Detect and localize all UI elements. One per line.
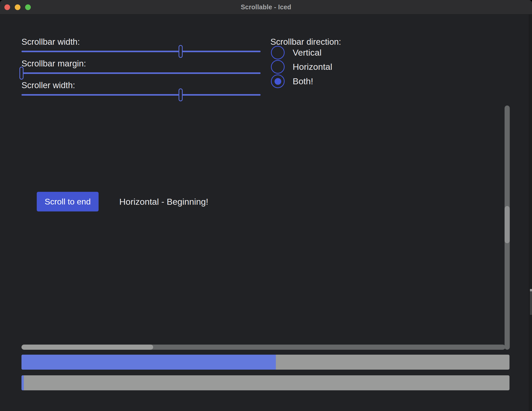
radio-circle[interactable] [271,74,285,88]
slider-track[interactable] [21,94,261,96]
radio-option-both[interactable]: Both! [271,74,313,88]
app-window: Scrollable - Iced Scrollbar width: Scrol… [0,0,532,411]
close-button[interactable] [4,4,10,10]
horizontal-scrollbar-scroller[interactable] [21,345,153,350]
scroller-width-slider[interactable] [21,88,261,101]
outer-scrollbar-scroller[interactable] [530,291,532,315]
vertical-progress-bar [21,375,509,390]
scrollbar-direction-label: Scrollbar direction: [270,37,341,47]
scroll-to-end-label: Scroll to end [45,197,91,207]
slider-track[interactable] [21,51,261,52]
horizontal-progress-bar [21,355,509,370]
vertical-scrollbar-track[interactable] [505,105,510,350]
slider-track[interactable] [21,72,261,74]
zoom-button[interactable] [25,4,31,10]
horizontal-scrollbar-track[interactable] [21,345,505,350]
window-title: Scrollable - Iced [241,3,291,11]
scroll-status-text: Horizontal - Beginning! [119,196,208,207]
slider-handle[interactable] [179,88,183,101]
radio-dot [275,78,281,85]
radio-option-horizontal[interactable]: Horizontal [271,60,332,74]
radio-label: Horizontal [293,60,332,74]
traffic-lights [4,4,31,10]
scrollbar-margin-slider[interactable] [21,67,261,80]
progress-fill [21,355,276,370]
radio-circle[interactable] [271,60,285,74]
radio-circle[interactable] [271,46,285,59]
scrollbar-width-slider[interactable] [21,45,261,58]
scroll-to-end-button[interactable]: Scroll to end [37,192,99,211]
vertical-scrollbar-scroller[interactable] [505,206,510,243]
slider-handle[interactable] [179,45,183,58]
progress-fill [21,375,24,390]
slider-handle[interactable] [19,67,24,80]
outer-scrollbar-tick [530,289,532,291]
title-bar: Scrollable - Iced [0,0,532,14]
outer-scrollbar-gutter [529,14,532,411]
radio-label: Both! [293,74,313,88]
minimize-button[interactable] [15,4,20,10]
radio-option-vertical[interactable]: Vertical [271,46,322,59]
radio-label: Vertical [293,46,322,59]
